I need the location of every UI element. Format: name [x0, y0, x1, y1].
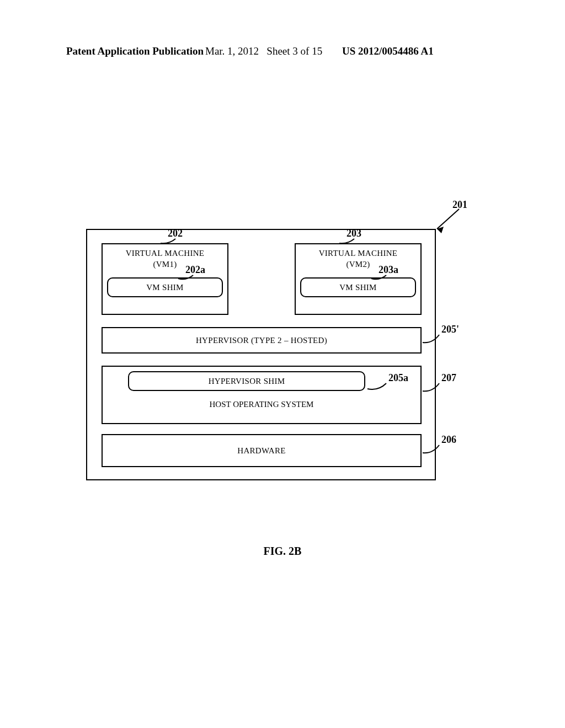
ref-202: 202	[168, 228, 183, 239]
ref-207: 207	[441, 372, 456, 384]
hypervisor-label: HYPERVISOR (TYPE 2 – HOSTED)	[196, 336, 327, 345]
hypervisor-shim-label: HYPERVISOR SHIM	[209, 377, 285, 386]
vm1-shim-box: VM SHIM	[107, 277, 223, 297]
header-pub-number: US 2012/0054486 A1	[342, 45, 434, 57]
host-os-label: HOST OPERATING SYSTEM	[102, 400, 422, 409]
ref-205a: 205a	[388, 372, 408, 384]
header-sheet: Sheet 3 of 15	[266, 45, 322, 57]
hypervisor-shim-box: HYPERVISOR SHIM	[128, 371, 365, 391]
ref-205-prime: 205'	[441, 324, 459, 335]
ref-203a: 203a	[379, 264, 398, 276]
hardware-label: HARDWARE	[237, 446, 285, 456]
hardware-box: HARDWARE	[102, 434, 422, 467]
ref-203: 203	[347, 228, 361, 239]
figure-2b: VIRTUAL MACHINE (VM1) VM SHIM VIRTUAL MA…	[86, 229, 436, 480]
vm2-label-line2: (VM2)	[296, 260, 420, 269]
ref-206: 206	[441, 434, 456, 446]
ref-201: 201	[452, 199, 467, 211]
vm2-label-line1: VIRTUAL MACHINE	[296, 249, 420, 258]
hypervisor-box: HYPERVISOR (TYPE 2 – HOSTED)	[102, 327, 422, 354]
vm1-label-line2: (VM1)	[103, 260, 227, 269]
page: Patent Application Publication Mar. 1, 2…	[0, 0, 565, 728]
vm1-shim-label: VM SHIM	[146, 283, 184, 292]
ref-202a: 202a	[185, 264, 205, 276]
header-date-sheet: Mar. 1, 2012 Sheet 3 of 15	[205, 45, 322, 57]
svg-marker-1	[437, 227, 444, 233]
svg-line-0	[437, 209, 459, 229]
vm2-shim-box: VM SHIM	[300, 277, 416, 297]
vm2-shim-label: VM SHIM	[339, 283, 377, 292]
vm1-label-line1: VIRTUAL MACHINE	[103, 249, 227, 258]
figure-caption: FIG. 2B	[0, 545, 565, 558]
header-date: Mar. 1, 2012	[205, 45, 259, 57]
header-publication-type: Patent Application Publication	[66, 45, 204, 57]
